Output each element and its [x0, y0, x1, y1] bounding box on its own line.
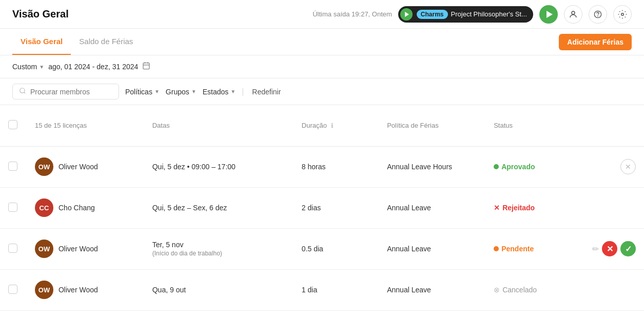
member-cell: CC Cho Chang: [35, 198, 136, 217]
row-checkbox[interactable]: [8, 285, 17, 294]
status-cell: ⊗Cancelado: [485, 269, 581, 310]
th-policy: Política de Férias: [379, 105, 485, 146]
policy-cell: Annual Leave Hours: [379, 146, 485, 187]
custom-arrow-icon: ▼: [39, 64, 44, 70]
leaves-table: 15 de 15 licenças Datas Duração ℹ Políti…: [0, 105, 644, 311]
policy-cell: Annual Leave: [379, 269, 485, 310]
th-dates: Datas: [144, 105, 294, 146]
date-sub: (Início do dia de trabalho): [152, 250, 285, 257]
project-play-icon: [400, 8, 413, 21]
actions-cell: ✕: [581, 146, 644, 187]
svg-point-8: [20, 88, 25, 93]
row-checkbox[interactable]: [8, 203, 17, 212]
search-input[interactable]: [30, 88, 112, 96]
member-cell: OW Oliver Wood: [35, 157, 136, 176]
status-x-icon: ✕: [494, 204, 500, 212]
custom-label[interactable]: Custom ▼: [12, 63, 44, 71]
table-row: OW Oliver Wood Qui, 5 dez • 09:00 – 17:0…: [0, 146, 644, 187]
member-cell: OW Oliver Wood: [35, 281, 136, 299]
th-member: 15 de 15 licenças: [27, 105, 144, 146]
add-ferias-button[interactable]: Adicionar Férias: [559, 34, 632, 50]
th-duration: Duração ℹ: [294, 105, 379, 146]
groups-label: Grupos: [166, 88, 189, 96]
duration-label: Duração: [302, 122, 327, 129]
svg-point-0: [572, 11, 575, 14]
page-title: Visão Geral: [12, 8, 69, 20]
groups-filter-button[interactable]: Grupos ▼: [166, 88, 197, 96]
help-icon-button[interactable]: [589, 5, 607, 24]
date-main: Qui, 5 dez – Sex, 6 dez: [152, 204, 285, 212]
date-filter-row: Custom ▼ ago, 01 2024 - dez, 31 2024: [0, 55, 644, 78]
active-project[interactable]: Charms Project Philosopher's St...: [398, 6, 533, 23]
avatar: OW: [35, 281, 53, 299]
row-checkbox[interactable]: [8, 244, 17, 253]
policies-filter-button[interactable]: Políticas ▼: [125, 88, 160, 96]
reset-button[interactable]: Redefinir: [252, 88, 281, 96]
member-name: Oliver Wood: [58, 163, 98, 171]
svg-line-9: [24, 92, 26, 94]
approve-action-button[interactable]: ✓: [620, 241, 636, 256]
status-cell: Aprovado: [485, 146, 581, 187]
row-checkbox[interactable]: [8, 162, 17, 171]
status-badge: Pendente: [494, 245, 573, 253]
table-wrap: 15 de 15 licenças Datas Duração ℹ Políti…: [0, 105, 644, 318]
project-tag: Charms: [417, 10, 448, 19]
play-button[interactable]: [539, 5, 558, 24]
tabs-bar: Visão Geral Saldo de Férias Adicionar Fé…: [0, 29, 644, 55]
project-name: Project Philosopher's St...: [451, 10, 527, 18]
duration-cell: 8 horas: [294, 146, 379, 187]
member-name: Oliver Wood: [58, 286, 98, 294]
search-filter-row: Políticas ▼ Grupos ▼ Estados ▼ | Redefin…: [0, 78, 644, 105]
table-row: OW Oliver Wood Ter, 5 nov (Início do dia…: [0, 228, 644, 269]
th-check: [0, 105, 27, 146]
search-icon: [19, 87, 26, 96]
custom-text: Custom: [12, 63, 37, 71]
select-all-checkbox[interactable]: [8, 120, 17, 129]
svg-point-3: [621, 13, 624, 15]
header-right: Última saída 19:27, Ontem Charms Project…: [313, 5, 632, 24]
th-status: Status: [485, 105, 581, 146]
calendar-icon[interactable]: [142, 62, 150, 72]
tab-saldo-ferias[interactable]: Saldo de Férias: [71, 29, 141, 55]
date-range-label: ago, 01 2024 - dez, 31 2024: [48, 63, 138, 71]
duration-cell: 2 dias: [294, 187, 379, 228]
duration-info-icon: ℹ: [331, 122, 334, 129]
user-icon-button[interactable]: [564, 5, 582, 24]
policies-label: Políticas: [125, 88, 152, 96]
status-dot-icon: [494, 164, 499, 169]
avatar: OW: [35, 240, 53, 258]
tab-visao-geral[interactable]: Visão Geral: [12, 29, 71, 55]
status-dot-icon: [494, 246, 499, 251]
search-box: [12, 84, 119, 100]
separator: |: [242, 87, 244, 96]
date-main: Qua, 9 out: [152, 286, 285, 294]
cancel-action-button[interactable]: ✕: [620, 159, 636, 174]
svg-point-2: [598, 16, 598, 16]
policy-cell: Annual Leave: [379, 187, 485, 228]
actions-cell: [581, 187, 644, 228]
header: Visão Geral Última saída 19:27, Ontem Ch…: [0, 0, 644, 29]
status-badge: ⊗Cancelado: [494, 286, 573, 294]
duration-cell: 0.5 dia: [294, 228, 379, 269]
edit-action-button[interactable]: ✏: [592, 244, 599, 254]
last-exit-label: Última saída 19:27, Ontem: [313, 10, 392, 18]
member-cell: OW Oliver Wood: [35, 240, 136, 258]
avatar: OW: [35, 157, 53, 176]
svg-rect-4: [143, 63, 149, 69]
policy-cell: Annual Leave: [379, 228, 485, 269]
table-row: OW Oliver Wood Qua, 9 out 1 diaAnnual Le…: [0, 269, 644, 310]
status-cell: ✕Rejeitado: [485, 187, 581, 228]
states-filter-button[interactable]: Estados ▼: [203, 88, 236, 96]
groups-arrow-icon: ▼: [191, 89, 197, 94]
actions-cell: ✏ ✕ ✓: [581, 228, 644, 269]
action-icons: ✏ ✕ ✓: [590, 241, 636, 256]
date-main: Ter, 5 nov: [152, 241, 285, 249]
status-badge: Aprovado: [494, 163, 573, 171]
settings-icon-button[interactable]: [613, 5, 632, 24]
reject-action-button[interactable]: ✕: [602, 241, 617, 256]
status-circle-icon: ⊗: [494, 286, 500, 294]
table-row: CC Cho Chang Qui, 5 dez – Sex, 6 dez 2 d…: [0, 187, 644, 228]
duration-cell: 1 dia: [294, 269, 379, 310]
policies-arrow-icon: ▼: [154, 89, 160, 94]
th-actions: [581, 105, 644, 146]
